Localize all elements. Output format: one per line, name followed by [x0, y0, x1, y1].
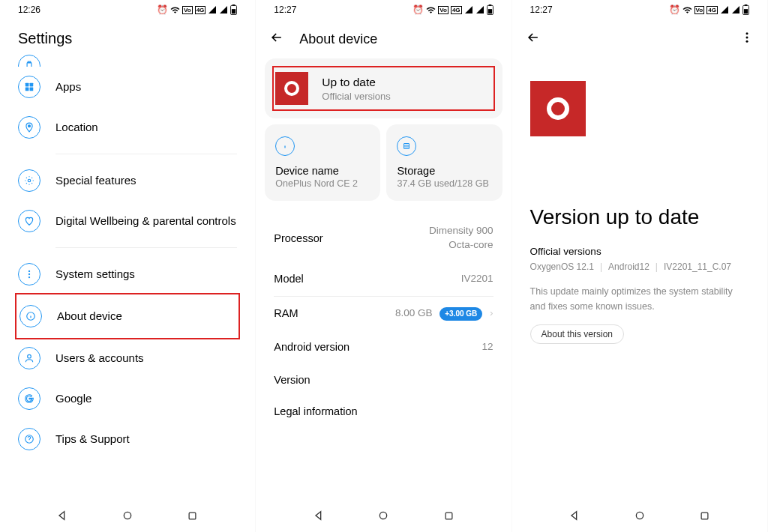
row-label: Version: [274, 374, 310, 386]
nav-bar: [512, 499, 767, 532]
settings-item-label: Location: [56, 120, 98, 135]
signal-icon: [464, 5, 473, 14]
settings-list: Apps Location Special features Digital W…: [0, 55, 255, 459]
alarm-icon: ⏰: [412, 4, 424, 15]
info-icon: [275, 136, 295, 156]
back-button[interactable]: [269, 30, 284, 48]
tile-title: Device name: [275, 165, 370, 177]
status-bar: 12:27 ⏰ Vo 4G: [256, 0, 511, 19]
special-features-icon: [18, 169, 40, 192]
row-value: 8.00 GB +3.00 GB ›: [395, 306, 494, 321]
svg-point-13: [28, 276, 30, 278]
nav-bar: [256, 499, 511, 532]
svg-point-37: [746, 40, 748, 43]
wifi-icon: [682, 5, 692, 15]
battery-icon: [487, 4, 494, 15]
page-title: Version up to date: [530, 205, 749, 229]
nav-recent[interactable]: [698, 509, 712, 522]
users-icon: [18, 347, 40, 369]
wifi-icon: [170, 5, 180, 15]
status-icons: ⏰ Vo 4G: [669, 4, 749, 15]
update-card[interactable]: Up to date Official versions: [265, 58, 502, 118]
page-title: Settings: [0, 19, 255, 55]
alarm-icon: ⏰: [669, 4, 680, 15]
system-settings-icon: [18, 263, 40, 285]
settings-item-label: Special features: [56, 173, 136, 188]
model-row[interactable]: Model IV2201: [265, 262, 502, 296]
svg-rect-27: [404, 144, 410, 149]
vowifi-icon: Vo: [438, 6, 448, 14]
nav-home[interactable]: [633, 509, 646, 522]
nav-bar: [0, 499, 255, 532]
row-label: Legal information: [274, 405, 357, 417]
settings-item-wellbeing[interactable]: Digital Wellbeing & parental controls: [18, 201, 237, 241]
settings-item-label: Users & accounts: [56, 351, 144, 366]
ram-badge: +3.00 GB: [440, 307, 482, 321]
oneplus-logo-icon: [275, 72, 308, 105]
legal-row[interactable]: Legal information: [265, 396, 502, 427]
nav-recent[interactable]: [186, 509, 200, 522]
status-time: 12:26: [18, 4, 40, 15]
battery-icon: [230, 4, 237, 15]
status-time: 12:27: [530, 4, 553, 15]
page-header: About device: [256, 19, 511, 58]
ram-row[interactable]: RAM 8.00 GB +3.00 GB ›: [265, 297, 502, 330]
svg-point-35: [746, 32, 748, 34]
settings-item-label: About device: [57, 309, 122, 324]
divider: [56, 247, 237, 248]
nav-back[interactable]: [56, 509, 69, 522]
more-button[interactable]: [740, 31, 754, 47]
svg-rect-7: [26, 88, 29, 91]
location-icon: [18, 116, 40, 139]
svg-point-17: [28, 354, 32, 358]
settings-item-label: Digital Wellbeing & parental controls: [56, 214, 236, 229]
storage-tile[interactable]: Storage 37.4 GB used/128 GB: [386, 124, 502, 201]
svg-rect-8: [30, 88, 34, 91]
nav-home[interactable]: [376, 509, 390, 522]
settings-item-label: Tips & Support: [56, 432, 130, 447]
settings-item-special[interactable]: Special features: [18, 160, 237, 201]
settings-item-apps[interactable]: Apps: [18, 67, 237, 107]
settings-item-battery-partial[interactable]: [18, 55, 237, 67]
status-bar: 12:26 ⏰ Vo 4G: [0, 0, 255, 19]
svg-rect-39: [701, 513, 708, 519]
settings-item-google[interactable]: Google: [18, 378, 237, 419]
settings-item-system[interactable]: System settings: [18, 254, 237, 294]
svg-rect-31: [446, 513, 452, 519]
volte-icon: 4G: [195, 6, 206, 14]
status-bar: 12:27 ⏰ Vo 4G: [512, 0, 767, 19]
about-content: Up to date Official versions Device name…: [256, 58, 511, 427]
nav-back[interactable]: [568, 509, 581, 522]
version-row[interactable]: Version: [265, 364, 502, 396]
update-description: This update mainly optimizes the system …: [530, 284, 749, 314]
nav-home[interactable]: [121, 509, 134, 522]
page-header: [512, 19, 767, 58]
settings-item-users[interactable]: Users & accounts: [18, 338, 237, 378]
tile-subtitle: 37.4 GB used/128 GB: [397, 178, 491, 189]
storage-icon: [397, 136, 416, 156]
svg-rect-5: [26, 83, 29, 87]
signal-icon-2: [476, 5, 484, 14]
svg-point-12: [28, 273, 30, 275]
settings-item-about[interactable]: About device: [20, 296, 236, 336]
highlight-about-device: About device: [15, 293, 240, 339]
nav-recent[interactable]: [442, 509, 455, 522]
google-icon: [18, 387, 40, 410]
device-name-tile[interactable]: Device name OnePlus Nord CE 2: [265, 124, 380, 201]
divider: [56, 154, 237, 154]
back-button[interactable]: [526, 30, 541, 48]
android-version-row[interactable]: Android version 12: [265, 330, 502, 364]
settings-item-label: System settings: [56, 267, 135, 282]
svg-point-38: [636, 512, 643, 519]
nav-back[interactable]: [312, 509, 326, 522]
svg-point-9: [28, 125, 31, 127]
phone-screen-2: 12:27 ⏰ Vo 4G About device Up to date Of…: [256, 0, 512, 532]
battery-icon: [18, 55, 40, 67]
about-version-button[interactable]: About this version: [530, 324, 624, 344]
settings-item-location[interactable]: Location: [18, 107, 237, 148]
processor-row[interactable]: Processor Dimensity 900 Octa-core: [265, 214, 502, 262]
settings-item-tips[interactable]: Tips & Support: [18, 419, 237, 459]
svg-rect-23: [488, 4, 491, 6]
svg-rect-6: [30, 83, 34, 87]
tile-title: Storage: [397, 165, 491, 177]
